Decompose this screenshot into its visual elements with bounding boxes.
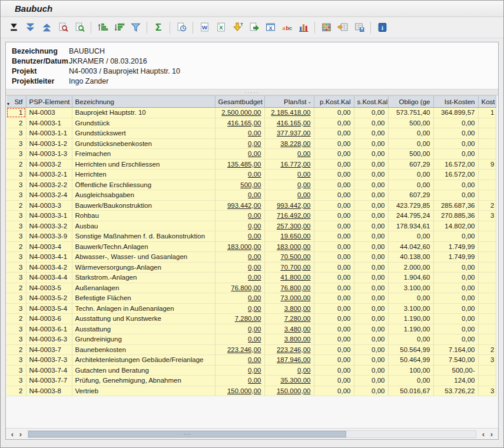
select-layout-icon[interactable]: [336, 21, 350, 35]
cell-psp[interactable]: N4-0003-4-2: [26, 262, 72, 273]
cell-kost[interactable]: [478, 128, 496, 139]
cell-stf[interactable]: 3: [6, 365, 26, 376]
cell-plan[interactable]: 16.772,00: [264, 159, 314, 170]
column-header-skost[interactable]: s.Kost.Kal: [354, 96, 388, 108]
abc-analysis-icon[interactable]: abc: [280, 21, 294, 35]
cell-kost[interactable]: [478, 273, 496, 283]
cell-kost[interactable]: [478, 283, 496, 293]
cell-kost[interactable]: [478, 293, 496, 304]
cell-obligo[interactable]: 607,29: [388, 190, 433, 201]
cell-pkost[interactable]: 0,00: [314, 303, 354, 314]
cell-budget[interactable]: 0,00: [215, 293, 264, 304]
cell-kost[interactable]: 3: [478, 211, 496, 221]
cell-plan[interactable]: 70.700,00: [264, 262, 314, 273]
graphics-chart-icon[interactable]: [296, 21, 310, 35]
cell-stf[interactable]: 3: [6, 211, 26, 221]
cell-pkost[interactable]: 0,00: [314, 386, 354, 396]
cell-psp[interactable]: N4-0003-6-3: [26, 334, 72, 345]
cell-stf[interactable]: 1: [6, 108, 26, 118]
cell-budget[interactable]: 500,00: [215, 180, 264, 190]
cell-stf[interactable]: 2: [6, 200, 26, 211]
cell-budget[interactable]: 0,00: [215, 221, 264, 231]
cell-ist[interactable]: 0,00: [433, 273, 478, 283]
column-header-psp[interactable]: PSP-Element: [26, 96, 72, 108]
column-header-budget[interactable]: Gesamtbudget: [215, 96, 264, 108]
cell-pkost[interactable]: 0,00: [314, 211, 354, 221]
cell-ist[interactable]: 0,00: [433, 283, 478, 293]
cell-name[interactable]: Herrichten: [72, 170, 215, 180]
cell-obligo[interactable]: 2.000,00: [388, 262, 433, 273]
cell-psp[interactable]: N4-0003-3-9: [26, 231, 72, 242]
cell-budget[interactable]: 150.000,00: [215, 386, 264, 396]
info-icon[interactable]: i: [375, 21, 389, 35]
cell-obligo[interactable]: 1.190,00: [388, 324, 433, 334]
cell-psp[interactable]: N4-0003: [26, 108, 72, 118]
cell-skost[interactable]: 0,00: [354, 170, 388, 180]
cell-kost[interactable]: 3: [478, 355, 496, 366]
cell-pkost[interactable]: 0,00: [314, 241, 354, 252]
scrollbar-track[interactable]: ···: [28, 430, 476, 438]
cell-pkost[interactable]: 0,00: [314, 262, 354, 273]
cell-psp[interactable]: N4-0003-1-2: [26, 138, 72, 149]
cell-obligo[interactable]: 0,00: [388, 334, 433, 345]
cell-skost[interactable]: 0,00: [354, 355, 388, 366]
cell-kost[interactable]: [478, 262, 496, 273]
cell-ist[interactable]: 7.164,00: [433, 344, 478, 355]
filter-icon[interactable]: [128, 21, 142, 35]
cell-ist[interactable]: 1.749,99: [433, 252, 478, 263]
cell-stf[interactable]: 2: [6, 314, 26, 324]
cell-skost[interactable]: 0,00: [354, 118, 388, 128]
cell-pkost[interactable]: 0,00: [314, 376, 354, 386]
cell-kost[interactable]: [478, 180, 496, 190]
cell-skost[interactable]: 0,00: [354, 303, 388, 314]
cell-plan[interactable]: 183.000,00: [264, 241, 314, 252]
cell-ist[interactable]: 7.540,00: [433, 355, 478, 366]
cell-name[interactable]: Grundstückswert: [72, 128, 215, 139]
cell-ist[interactable]: 0,00: [433, 314, 478, 324]
cell-plan[interactable]: 0,00: [264, 170, 314, 180]
cell-name[interactable]: Gutachten und Beratung: [72, 365, 215, 376]
save-layout-icon[interactable]: [352, 21, 366, 35]
sum-icon[interactable]: Σ: [151, 21, 165, 35]
cell-pkost[interactable]: 0,00: [314, 334, 354, 345]
cell-pkost[interactable]: 0,00: [314, 293, 354, 304]
cell-ist[interactable]: 0,00: [433, 180, 478, 190]
cell-name[interactable]: Wärmeversorgungs-Anlagen: [72, 262, 215, 273]
find-next-icon[interactable]: [72, 21, 87, 35]
cell-pkost[interactable]: 0,00: [314, 344, 354, 355]
cell-plan[interactable]: 73.000,00: [264, 293, 314, 304]
cell-obligo[interactable]: 40.138,00: [388, 252, 433, 263]
cell-obligo[interactable]: 573.751,40: [388, 108, 433, 118]
cell-kost[interactable]: [478, 149, 496, 160]
cell-budget[interactable]: 0,00: [215, 355, 264, 366]
cell-budget[interactable]: 0,00: [215, 334, 264, 345]
cell-kost[interactable]: [478, 190, 496, 201]
cell-plan[interactable]: 187.946,00: [264, 355, 314, 366]
excel-export-icon[interactable]: X: [214, 21, 228, 35]
cell-psp[interactable]: N4-0003-4-1: [26, 252, 72, 263]
cell-name[interactable]: Vertrieb: [72, 386, 215, 396]
cell-stf[interactable]: 3: [6, 190, 26, 201]
cell-ist[interactable]: 0,00: [433, 128, 478, 139]
cell-name[interactable]: Öffentliche Erschliessung: [72, 180, 215, 190]
cell-psp[interactable]: N4-0003-7: [26, 344, 72, 355]
cell-obligo[interactable]: 0,00: [388, 231, 433, 242]
cell-skost[interactable]: 0,00: [354, 262, 388, 273]
cell-skost[interactable]: 0,00: [354, 324, 388, 334]
cell-name[interactable]: Außenanlagen: [72, 283, 215, 293]
cell-skost[interactable]: 0,00: [354, 252, 388, 263]
cell-name[interactable]: Bauwerk/Baukonstruktion: [72, 200, 215, 211]
cell-budget[interactable]: 0,00: [215, 262, 264, 273]
cell-pkost[interactable]: 0,00: [314, 149, 354, 160]
cell-name[interactable]: Baunebenkosten: [72, 344, 215, 355]
cell-psp[interactable]: N4-0003-7-7: [26, 376, 72, 386]
cell-stf[interactable]: 2: [6, 283, 26, 293]
cell-name[interactable]: Ausgleichsabgaben: [72, 190, 215, 201]
print-preview-icon[interactable]: [174, 21, 188, 35]
cell-skost[interactable]: 0,00: [354, 344, 388, 355]
cell-plan[interactable]: 377.937,00: [264, 128, 314, 139]
cell-budget[interactable]: 0,00: [215, 252, 264, 263]
scroll-left-icon[interactable]: ‹: [479, 430, 488, 438]
cell-pkost[interactable]: 0,00: [314, 170, 354, 180]
cell-stf[interactable]: 2: [6, 344, 26, 355]
